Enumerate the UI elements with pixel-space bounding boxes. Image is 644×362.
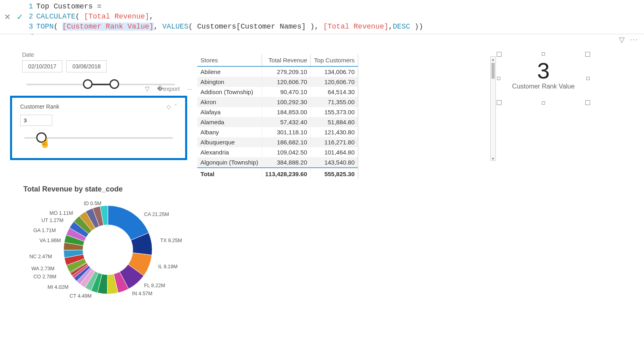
donut-label: VA 1.86M: [39, 238, 61, 243]
ellipsis-icon[interactable]: ···: [187, 85, 192, 93]
table-row[interactable]: Albany301,118.10121,430.80: [197, 127, 358, 137]
customer-rank-card[interactable]: 3 Customer Rank Value: [499, 54, 588, 103]
slicer-header-icons: ▽ �export ···: [145, 85, 192, 93]
column-header[interactable]: Total Revenue: [262, 54, 310, 66]
donut-label: MO 1.11M: [50, 210, 73, 216]
rank-value-input[interactable]: [20, 115, 52, 126]
date-to-input[interactable]: [66, 60, 107, 72]
table-row[interactable]: Algonquin (Township)384,888.20143,540.80: [197, 157, 358, 168]
date-handle-from[interactable]: [83, 79, 93, 89]
column-header[interactable]: Top Customers: [310, 54, 358, 66]
customer-rank-slicer[interactable]: Customer Rank ◇ ˅ ☝: [10, 96, 187, 160]
donut-label: NC 2.47M: [29, 254, 52, 259]
rank-slicer-label: Customer Rank: [20, 103, 59, 110]
commit-icon[interactable]: ✓: [17, 12, 23, 22]
date-from-input[interactable]: [22, 60, 62, 72]
donut-label: TX 9.25M: [160, 238, 182, 243]
table-row[interactable]: Alexandria109,042.50101,464.80: [197, 147, 358, 157]
table-row[interactable]: Albuquerque186,682.10116,271.80: [197, 137, 358, 147]
donut-label: CA 21.25M: [144, 212, 169, 217]
table-row[interactable]: Addison (Township)90,470.1064,514.30: [197, 87, 358, 97]
table-scrollbar[interactable]: ▴ ▾: [490, 56, 496, 161]
card-value: 3: [499, 58, 588, 84]
date-slicer-label: Date: [22, 51, 179, 58]
donut-label: MI 4.02M: [47, 284, 68, 290]
date-handle-to[interactable]: [109, 79, 119, 89]
table-row[interactable]: Abilene279,209.10134,006.70: [197, 66, 358, 77]
donut-label: ID 0.5M: [84, 201, 101, 206]
donut-label: GA 1.71M: [33, 228, 56, 233]
formula-editor[interactable]: 1Top Customers =2CALCULATE( [Total Reven…: [27, 2, 423, 32]
donut-label: UT 1.27M: [41, 218, 64, 223]
rank-range-track[interactable]: [24, 137, 173, 139]
table-row[interactable]: Abington120,606.70120,606.70: [197, 77, 358, 87]
donut-label: CO 2.78M: [33, 274, 56, 280]
donut-label: CT 4.49M: [70, 293, 92, 299]
donut-label: WA 2.73M: [31, 266, 54, 272]
chevron-down-icon[interactable]: ˅: [174, 103, 177, 110]
table-row[interactable]: Akron100,292.3071,355.00: [197, 97, 358, 107]
cancel-icon[interactable]: ✕: [4, 12, 11, 22]
donut-title: Total Revenue by state_code: [23, 185, 192, 193]
more-options-icon[interactable]: ···: [630, 35, 638, 44]
stores-table[interactable]: StoresTotal RevenueTop Customers Abilene…: [197, 54, 358, 179]
donut-label: IL 9.19M: [158, 264, 178, 269]
eraser-icon[interactable]: ◇: [167, 103, 171, 110]
table-row[interactable]: Alameda57,432.4051,884.80: [197, 117, 358, 127]
column-header[interactable]: Stores: [197, 54, 262, 66]
filter-icon[interactable]: ▽: [619, 35, 625, 44]
card-label: Customer Rank Value: [499, 83, 588, 90]
focus-mode-icon[interactable]: ▽: [145, 85, 150, 93]
table-row[interactable]: Alafaya184,853.00155,373.00: [197, 107, 358, 117]
report-canvas: ▽ ··· Date ▽ �export ··· Customer Rank ◇…: [0, 32, 644, 362]
date-slicer[interactable]: Date: [22, 51, 179, 85]
donut-label: FL 8.22M: [144, 283, 165, 288]
export-icon[interactable]: �export: [157, 85, 180, 93]
donut-label: IN 4.57M: [132, 291, 153, 296]
formula-bar: ✕ ✓ 1Top Customers =2CALCULATE( [Total R…: [0, 0, 644, 34]
revenue-by-state-donut[interactable]: Total Revenue by state_code CA 21.25MTX …: [23, 185, 192, 310]
rank-handle[interactable]: [36, 132, 47, 143]
